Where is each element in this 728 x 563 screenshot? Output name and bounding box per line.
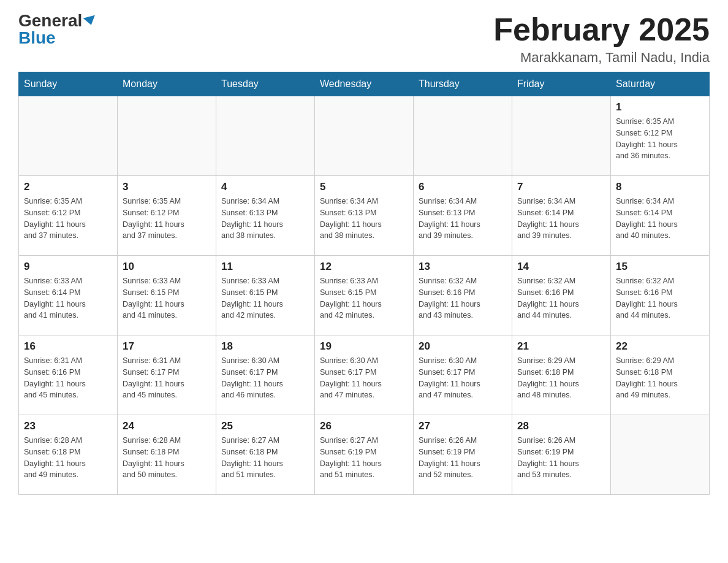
calendar-cell: 5Sunrise: 6:34 AM Sunset: 6:13 PM Daylig…	[315, 176, 414, 256]
calendar-cell: 2Sunrise: 6:35 AM Sunset: 6:12 PM Daylig…	[19, 176, 118, 256]
calendar-week-4: 16Sunrise: 6:31 AM Sunset: 6:16 PM Dayli…	[19, 335, 710, 415]
calendar-cell: 13Sunrise: 6:32 AM Sunset: 6:16 PM Dayli…	[414, 256, 512, 335]
day-info: Sunrise: 6:33 AM Sunset: 6:15 PM Dayligh…	[221, 275, 309, 321]
calendar-cell: 12Sunrise: 6:33 AM Sunset: 6:15 PM Dayli…	[315, 256, 414, 335]
day-number: 21	[517, 340, 605, 353]
header-monday: Monday	[118, 72, 216, 96]
day-number: 9	[24, 261, 112, 273]
day-info: Sunrise: 6:29 AM Sunset: 6:18 PM Dayligh…	[616, 355, 704, 401]
day-info: Sunrise: 6:27 AM Sunset: 6:18 PM Dayligh…	[221, 435, 309, 481]
calendar-cell	[512, 96, 611, 176]
day-number: 25	[221, 420, 309, 432]
calendar-week-5: 23Sunrise: 6:28 AM Sunset: 6:18 PM Dayli…	[19, 415, 710, 495]
page-header: General Blue February 2025 Marakkanam, T…	[18, 12, 710, 66]
header-friday: Friday	[512, 72, 611, 96]
day-info: Sunrise: 6:32 AM Sunset: 6:16 PM Dayligh…	[616, 275, 704, 321]
calendar-cell	[315, 96, 414, 176]
calendar-week-1: 1Sunrise: 6:35 AM Sunset: 6:12 PM Daylig…	[19, 96, 710, 176]
calendar-cell: 8Sunrise: 6:34 AM Sunset: 6:14 PM Daylig…	[611, 176, 710, 256]
calendar-cell	[414, 96, 512, 176]
day-info: Sunrise: 6:31 AM Sunset: 6:17 PM Dayligh…	[123, 355, 211, 401]
calendar-week-3: 9Sunrise: 6:33 AM Sunset: 6:14 PM Daylig…	[19, 256, 710, 335]
calendar-table: Sunday Monday Tuesday Wednesday Thursday…	[18, 72, 710, 495]
day-number: 7	[517, 181, 605, 193]
calendar-cell: 14Sunrise: 6:32 AM Sunset: 6:16 PM Dayli…	[512, 256, 611, 335]
logo-triangle-icon	[83, 15, 97, 27]
calendar-cell	[19, 96, 118, 176]
header-tuesday: Tuesday	[216, 72, 315, 96]
location-text: Marakkanam, Tamil Nadu, India	[493, 50, 710, 66]
day-number: 24	[123, 420, 211, 432]
calendar-cell	[216, 96, 315, 176]
month-title: February 2025	[493, 12, 710, 47]
calendar-week-2: 2Sunrise: 6:35 AM Sunset: 6:12 PM Daylig…	[19, 176, 710, 256]
calendar-cell: 17Sunrise: 6:31 AM Sunset: 6:17 PM Dayli…	[118, 335, 216, 415]
header-sunday: Sunday	[19, 72, 118, 96]
day-number: 17	[123, 340, 211, 353]
day-number: 22	[616, 340, 704, 353]
day-number: 2	[24, 181, 112, 193]
day-number: 27	[419, 420, 507, 432]
day-number: 1	[616, 101, 704, 113]
day-number: 23	[24, 420, 112, 432]
calendar-cell: 26Sunrise: 6:27 AM Sunset: 6:19 PM Dayli…	[315, 415, 414, 495]
day-info: Sunrise: 6:32 AM Sunset: 6:16 PM Dayligh…	[419, 275, 507, 321]
day-number: 3	[123, 181, 211, 193]
day-info: Sunrise: 6:34 AM Sunset: 6:13 PM Dayligh…	[419, 196, 507, 242]
calendar-cell	[118, 96, 216, 176]
day-info: Sunrise: 6:26 AM Sunset: 6:19 PM Dayligh…	[517, 435, 605, 481]
day-info: Sunrise: 6:33 AM Sunset: 6:15 PM Dayligh…	[123, 275, 211, 321]
day-number: 16	[24, 340, 112, 353]
day-info: Sunrise: 6:34 AM Sunset: 6:13 PM Dayligh…	[221, 196, 309, 242]
title-section: February 2025 Marakkanam, Tamil Nadu, In…	[493, 12, 710, 66]
calendar-cell: 20Sunrise: 6:30 AM Sunset: 6:17 PM Dayli…	[414, 335, 512, 415]
day-info: Sunrise: 6:33 AM Sunset: 6:15 PM Dayligh…	[320, 275, 408, 321]
day-number: 5	[320, 181, 408, 193]
day-info: Sunrise: 6:28 AM Sunset: 6:18 PM Dayligh…	[123, 435, 211, 481]
day-number: 6	[419, 181, 507, 193]
logo-blue-text: Blue	[18, 29, 56, 47]
header-wednesday: Wednesday	[315, 72, 414, 96]
day-number: 10	[123, 261, 211, 273]
day-info: Sunrise: 6:30 AM Sunset: 6:17 PM Dayligh…	[419, 355, 507, 401]
calendar-cell: 22Sunrise: 6:29 AM Sunset: 6:18 PM Dayli…	[611, 335, 710, 415]
day-info: Sunrise: 6:26 AM Sunset: 6:19 PM Dayligh…	[419, 435, 507, 481]
day-number: 13	[419, 261, 507, 273]
day-info: Sunrise: 6:35 AM Sunset: 6:12 PM Dayligh…	[123, 196, 211, 242]
calendar-cell: 27Sunrise: 6:26 AM Sunset: 6:19 PM Dayli…	[414, 415, 512, 495]
day-info: Sunrise: 6:29 AM Sunset: 6:18 PM Dayligh…	[517, 355, 605, 401]
day-info: Sunrise: 6:30 AM Sunset: 6:17 PM Dayligh…	[320, 355, 408, 401]
day-number: 19	[320, 340, 408, 353]
day-info: Sunrise: 6:32 AM Sunset: 6:16 PM Dayligh…	[517, 275, 605, 321]
day-info: Sunrise: 6:34 AM Sunset: 6:14 PM Dayligh…	[616, 196, 704, 242]
calendar-header: Sunday Monday Tuesday Wednesday Thursday…	[19, 72, 710, 96]
calendar-cell: 4Sunrise: 6:34 AM Sunset: 6:13 PM Daylig…	[216, 176, 315, 256]
calendar-body: 1Sunrise: 6:35 AM Sunset: 6:12 PM Daylig…	[19, 96, 710, 495]
day-number: 8	[616, 181, 704, 193]
day-info: Sunrise: 6:28 AM Sunset: 6:18 PM Dayligh…	[24, 435, 112, 481]
calendar-cell: 11Sunrise: 6:33 AM Sunset: 6:15 PM Dayli…	[216, 256, 315, 335]
calendar-cell	[611, 415, 710, 495]
day-info: Sunrise: 6:34 AM Sunset: 6:13 PM Dayligh…	[320, 196, 408, 242]
calendar-cell: 23Sunrise: 6:28 AM Sunset: 6:18 PM Dayli…	[19, 415, 118, 495]
day-number: 14	[517, 261, 605, 273]
header-saturday: Saturday	[611, 72, 710, 96]
day-info: Sunrise: 6:31 AM Sunset: 6:16 PM Dayligh…	[24, 355, 112, 401]
day-number: 12	[320, 261, 408, 273]
day-info: Sunrise: 6:33 AM Sunset: 6:14 PM Dayligh…	[24, 275, 112, 321]
calendar-cell: 19Sunrise: 6:30 AM Sunset: 6:17 PM Dayli…	[315, 335, 414, 415]
day-number: 26	[320, 420, 408, 432]
day-number: 4	[221, 181, 309, 193]
day-info: Sunrise: 6:35 AM Sunset: 6:12 PM Dayligh…	[616, 116, 704, 162]
calendar-cell: 28Sunrise: 6:26 AM Sunset: 6:19 PM Dayli…	[512, 415, 611, 495]
day-info: Sunrise: 6:34 AM Sunset: 6:14 PM Dayligh…	[517, 196, 605, 242]
calendar-cell: 21Sunrise: 6:29 AM Sunset: 6:18 PM Dayli…	[512, 335, 611, 415]
day-number: 18	[221, 340, 309, 353]
calendar-cell: 15Sunrise: 6:32 AM Sunset: 6:16 PM Dayli…	[611, 256, 710, 335]
day-info: Sunrise: 6:27 AM Sunset: 6:19 PM Dayligh…	[320, 435, 408, 481]
day-number: 20	[419, 340, 507, 353]
logo-general-text: General	[18, 12, 82, 29]
calendar-cell: 9Sunrise: 6:33 AM Sunset: 6:14 PM Daylig…	[19, 256, 118, 335]
header-row: Sunday Monday Tuesday Wednesday Thursday…	[19, 72, 710, 96]
day-number: 15	[616, 261, 704, 273]
